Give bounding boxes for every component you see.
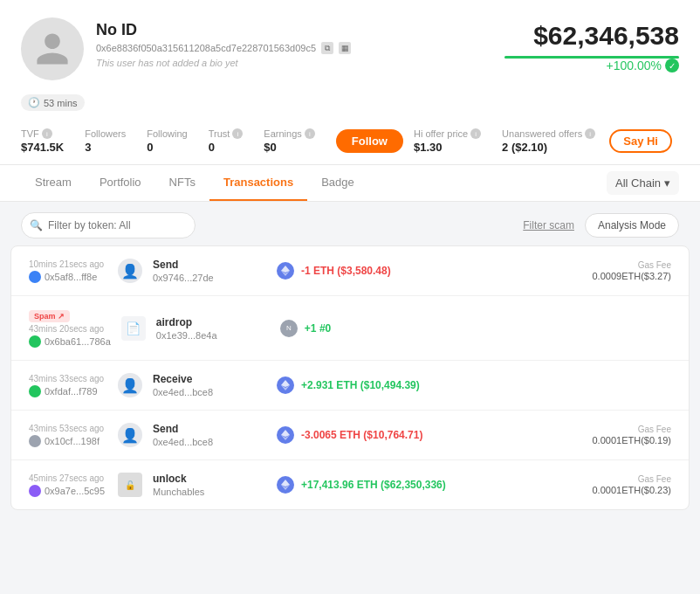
qr-code-icon[interactable]: ▦ <box>339 42 351 54</box>
eth-logo <box>277 476 294 494</box>
tx-action: airdrop <box>156 316 270 328</box>
gas-fee-value: 0.0001ETH($0.19) <box>593 435 672 446</box>
person-icon: 👤 <box>118 259 142 283</box>
airdrop-icon: 📄 <box>121 316 146 341</box>
tx-amount: -3.0065 ETH ($10,764.71) <box>301 429 422 441</box>
tx-action-icon: 👤 <box>118 259 142 283</box>
eth-logo <box>277 376 294 394</box>
gas-fee: Gas Fee 0.0001ETH($0.19) <box>593 425 672 446</box>
earnings-info-icon[interactable]: i <box>305 128 315 139</box>
tx-from-address: 0x9a7e...5c95 <box>45 486 105 496</box>
tx-amount-col: -1 ETH ($3,580.48) <box>277 262 434 280</box>
earnings-value: $0 <box>264 141 314 154</box>
tx-to-address: 0x1e39...8e4a <box>156 330 270 341</box>
eth-logo <box>277 262 294 280</box>
tabs-bar: Stream Portfolio NFTs Transactions Badge… <box>0 165 700 202</box>
filter-input-wrap: 🔍 <box>21 212 196 238</box>
portfolio-value: $62,346,538 <box>504 21 679 51</box>
unanswered-info-icon[interactable]: i <box>585 128 595 139</box>
tvf-value: $741.5K <box>21 141 64 154</box>
hi-offer-value: $1.30 <box>414 141 481 154</box>
analysis-mode-button[interactable]: Analysis Mode <box>585 213 679 238</box>
addr-dot <box>29 385 41 397</box>
tvf-info-icon[interactable]: i <box>42 128 52 139</box>
tx-time: 43mins 53secs ago <box>29 424 107 433</box>
gas-fee-label: Gas Fee <box>593 260 672 270</box>
tx-amount-col: N +1 #0 <box>280 320 437 337</box>
tx-action-col: airdrop 0x1e39...8e4a <box>156 316 270 341</box>
tx-from-address: 0xfdaf...f789 <box>45 386 98 397</box>
session-badge: 🕐 53 mins <box>21 94 85 111</box>
tab-nfts[interactable]: NFTs <box>155 165 209 201</box>
tx-action-icon: 🔓 <box>118 473 142 497</box>
tabs-list: Stream Portfolio NFTs Transactions Badge <box>21 165 368 201</box>
tx-action-col: Send 0x9746...27de <box>153 259 266 283</box>
tx-time-col: 43mins 33secs ago 0xfdaf...f789 <box>29 374 107 397</box>
clock-icon: 🕐 <box>28 97 40 108</box>
copy-address-icon[interactable]: ⧉ <box>321 42 333 54</box>
gas-fee-value: 0.0009ETH($3.27) <box>593 271 672 281</box>
say-hi-button[interactable]: Say Hi <box>609 129 672 153</box>
tab-transactions[interactable]: Transactions <box>209 165 307 201</box>
filter-input[interactable] <box>21 212 196 238</box>
following-stat: Following 0 <box>147 128 187 154</box>
unanswered-value: 2 ($2.10) <box>502 141 595 154</box>
tx-to-address: 0x9746...27de <box>153 273 266 283</box>
table-row[interactable]: 43mins 33secs ago 0xfdaf...f789 👤 Receiv… <box>11 361 689 411</box>
tx-action: Receive <box>153 373 266 385</box>
table-row[interactable]: Spam ↗ 43mins 20secs ago 0x6ba61...786a … <box>11 296 689 361</box>
profile-header: No ID 0x6e8836f050a315611208a5cd7e228701… <box>0 0 700 165</box>
tvf-stat: TVF i $741.5K <box>21 128 64 154</box>
gas-fee: Gas Fee 0.0001ETH($0.23) <box>593 474 672 495</box>
tx-amount: +1 #0 <box>305 322 331 335</box>
tx-amount: -1 ETH ($3,580.48) <box>301 265 391 277</box>
tx-to-address: 0xe4ed...bce8 <box>153 437 266 447</box>
tx-action-icon: 📄 <box>121 316 146 341</box>
tx-time-col: 45mins 27secs ago 0x9a7e...5c95 <box>29 473 107 497</box>
svg-marker-0 <box>281 266 290 273</box>
tx-action: Send <box>153 423 266 435</box>
transactions-list: 10mins 21secs ago 0x5af8...ff8e 👤 Send 0… <box>10 245 690 510</box>
tx-action-col: unlock Munchables <box>153 473 266 497</box>
unanswered-stat: Unanswered offers i 2 ($2.10) <box>502 128 595 154</box>
tx-from-address: 0x10cf...198f <box>45 436 100 446</box>
gas-fee-value: 0.0001ETH($0.23) <box>593 485 672 495</box>
follow-button[interactable]: Follow <box>336 129 403 153</box>
profile-address: 0x6e8836f050a315611208a5cd7e228701563d09… <box>96 42 351 54</box>
tx-time: 43mins 20secs ago <box>29 324 111 334</box>
tx-amount-col: +17,413.96 ETH ($62,350,336) <box>277 476 446 494</box>
svg-marker-4 <box>281 430 290 437</box>
chain-selector-label: All Chain <box>615 176 661 190</box>
tx-from-address: 0x5af8...ff8e <box>45 272 97 282</box>
tab-badge[interactable]: Badge <box>307 165 368 201</box>
tx-action: Send <box>153 259 266 271</box>
gas-fee-label: Gas Fee <box>593 474 672 484</box>
addr-dot <box>29 335 41 348</box>
earnings-stat: Earnings i $0 <box>264 128 314 154</box>
chain-selector[interactable]: All Chain ▾ <box>607 171 679 195</box>
filter-right: Filter scam Analysis Mode <box>523 213 679 238</box>
tx-time-col: Spam ↗ 43mins 20secs ago 0x6ba61...786a <box>29 308 111 348</box>
tx-action: unlock <box>153 473 266 485</box>
filter-scam-button[interactable]: Filter scam <box>523 219 574 231</box>
hi-offer-info-icon[interactable]: i <box>470 128 481 139</box>
stats-row: TVF i $741.5K Followers 3 Following 0 Tr… <box>21 120 679 164</box>
tx-from-address: 0x6ba61...786a <box>45 336 111 347</box>
addr-dot <box>29 435 41 447</box>
tx-amount-col: +2.931 ETH ($10,494.39) <box>277 376 434 394</box>
trust-info-icon[interactable]: i <box>232 128 243 139</box>
tx-action-icon: 👤 <box>118 423 142 447</box>
tx-time: 10mins 21secs ago <box>29 259 107 269</box>
table-row[interactable]: 43mins 53secs ago 0x10cf...198f 👤 Send 0… <box>11 411 689 460</box>
eth-logo <box>277 426 294 444</box>
tab-stream[interactable]: Stream <box>21 165 86 201</box>
trust-value: 0 <box>209 141 244 154</box>
tab-portfolio[interactable]: Portfolio <box>86 165 155 201</box>
table-row[interactable]: 10mins 21secs ago 0x5af8...ff8e 👤 Send 0… <box>11 246 689 296</box>
verified-icon: ✓ <box>665 59 679 73</box>
tx-amount: +2.931 ETH ($10,494.39) <box>301 379 420 391</box>
tx-time-col: 10mins 21secs ago 0x5af8...ff8e <box>29 259 107 283</box>
tx-amount: +17,413.96 ETH ($62,350,336) <box>301 479 446 491</box>
tx-time: 43mins 33secs ago <box>29 374 107 383</box>
table-row[interactable]: 45mins 27secs ago 0x9a7e...5c95 🔓 unlock… <box>11 460 689 509</box>
